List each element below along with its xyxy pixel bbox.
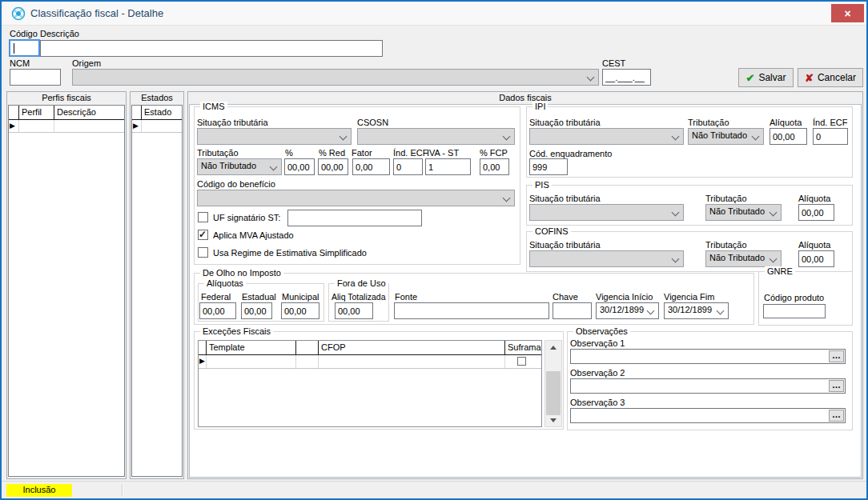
perfis-title: Perfis fiscais — [7, 92, 126, 105]
vigencia-inicio-select[interactable]: 30/12/1899 — [596, 302, 659, 319]
icms-pctred-input[interactable] — [318, 158, 348, 175]
cofins-tributacao-select[interactable]: Não Tributado — [705, 250, 782, 267]
icms-tributacao-select[interactable]: Não Tributado — [197, 158, 282, 175]
close-icon: × — [844, 7, 850, 20]
ellipsis-icon: … — [832, 380, 841, 390]
icms-ivast-input[interactable] — [425, 158, 471, 175]
arrow-down-icon — [550, 418, 557, 422]
icms-indecf-label: Índ. ECF — [393, 148, 428, 158]
text-cursor — [14, 43, 14, 54]
origem-label: Origem — [72, 58, 101, 68]
table-row[interactable]: ▶ — [132, 120, 182, 133]
cofins-situacao-label: Situação tributária — [529, 240, 601, 250]
icms-csosn-select[interactable] — [357, 128, 515, 145]
check-icon: ✓ — [199, 230, 207, 238]
aliq-totalizada-input[interactable] — [335, 302, 373, 319]
icms-tributacao-label: Tributação — [197, 148, 239, 158]
statusbar-divider — [122, 484, 123, 496]
excecoes-scrollbar[interactable] — [545, 340, 562, 427]
cfop-column-header[interactable]: CFOP — [319, 341, 505, 354]
close-button[interactable]: × — [831, 4, 864, 22]
icms-indecf-input[interactable] — [393, 158, 423, 175]
uf-signatario-label: UF signatário ST: — [213, 213, 280, 222]
ipi-indecf-input[interactable] — [813, 128, 848, 145]
pis-aliquota-input[interactable] — [798, 204, 834, 221]
estado-column-header[interactable]: Estado — [142, 106, 182, 119]
table-row[interactable]: ▶ — [9, 120, 124, 133]
scrollbar-thumb[interactable] — [546, 371, 561, 415]
chave-input[interactable] — [553, 302, 592, 319]
pis-situacao-select[interactable] — [529, 204, 684, 221]
scroll-up-button[interactable] — [545, 341, 561, 354]
suframa-checkbox[interactable]: ✓ — [517, 357, 526, 366]
observacao1-ellipsis-button[interactable]: … — [829, 350, 844, 362]
aliquotas-subgroup-label: Alíquotas — [204, 278, 246, 288]
uf-signatario-input[interactable] — [287, 210, 422, 226]
selector-header-cell — [199, 341, 207, 354]
ellipsis-icon: … — [832, 350, 841, 360]
ellipsis-icon: … — [832, 410, 841, 419]
estadual-label: Estadual — [242, 292, 276, 302]
municipal-input[interactable] — [281, 302, 319, 319]
ipi-situacao-label: Situação tributária — [529, 118, 601, 127]
template-column-header[interactable]: Template — [207, 341, 296, 354]
observacao1-input[interactable] — [570, 349, 846, 364]
observacao2-ellipsis-button[interactable]: … — [829, 380, 844, 392]
excecoes-grid[interactable]: Template CFOP Suframa ▶ ✓ — [198, 340, 542, 427]
icms-beneficio-select[interactable] — [197, 190, 515, 206]
chevron-down-icon — [503, 194, 511, 202]
suframa-column-header[interactable]: Suframa — [505, 341, 541, 354]
perfil-column-header[interactable]: Perfil — [19, 106, 54, 119]
perfis-grid[interactable]: Perfil Descrição ▶ — [8, 105, 125, 477]
ipi-enquadramento-input[interactable] — [529, 158, 568, 175]
ncm-input[interactable] — [10, 69, 61, 86]
ipi-indecf-label: Índ. ECF — [813, 118, 847, 127]
estados-grid[interactable]: Estado ▶ — [131, 105, 183, 477]
estadual-input[interactable] — [241, 302, 272, 319]
codigo-produto-input[interactable] — [763, 304, 826, 318]
icms-pct-input[interactable] — [284, 158, 315, 175]
ipi-group-label: IPI — [532, 102, 548, 111]
ipi-aliquota-label: Alíquota — [770, 118, 802, 127]
cofins-aliquota-input[interactable] — [798, 250, 834, 267]
aplica-mva-checkbox[interactable]: ✓ — [198, 230, 208, 240]
row-marker-icon: ▶ — [9, 120, 18, 131]
descricao-input[interactable] — [40, 40, 383, 57]
usa-regime-checkbox[interactable]: ✓ — [198, 247, 208, 258]
codigo-label: Código — [10, 29, 38, 38]
de-olho-group-label: De Olho no Imposto — [200, 268, 283, 278]
icms-beneficio-label: Código do benefício — [197, 179, 275, 189]
ipi-tributacao-select[interactable]: Não Tributado — [688, 128, 764, 145]
observacao3-ellipsis-button[interactable]: … — [829, 410, 844, 422]
icms-fator-input[interactable] — [352, 158, 390, 175]
descricao-label: Descrição — [40, 29, 79, 38]
descricao-column-header[interactable]: Descrição — [54, 106, 124, 119]
ipi-tributacao-label: Tributação — [688, 118, 729, 127]
cest-input[interactable] — [602, 69, 651, 86]
observacao2-input[interactable] — [570, 378, 846, 394]
fonte-input[interactable] — [394, 302, 549, 319]
codigo-input[interactable] — [9, 39, 40, 57]
icms-situacao-label: Situação tributária — [197, 118, 268, 127]
ipi-enquadramento-label: Cód. enquadramento — [529, 149, 612, 158]
federal-input[interactable] — [199, 302, 236, 319]
ipi-situacao-select[interactable] — [529, 128, 684, 145]
ipi-aliquota-input[interactable] — [770, 128, 807, 145]
chevron-down-icon — [587, 74, 595, 82]
icms-situacao-select[interactable] — [197, 128, 352, 145]
uf-signatario-checkbox[interactable]: ✓ — [198, 212, 208, 222]
icms-fcp-label: % FCP — [480, 148, 508, 158]
origem-select[interactable] — [72, 69, 599, 86]
salvar-button[interactable]: ✔ Salvar — [738, 68, 794, 87]
estados-grid-header: Estado — [132, 106, 182, 120]
pis-tributacao-select[interactable]: Não Tributado — [705, 204, 782, 221]
icms-fator-label: Fator — [352, 148, 372, 158]
check-icon: ✔ — [746, 72, 755, 84]
scroll-down-button[interactable] — [545, 414, 561, 426]
table-row[interactable]: ▶ ✓ — [199, 355, 541, 369]
icms-fcp-input[interactable] — [480, 158, 509, 175]
observacao3-input[interactable] — [570, 408, 846, 423]
cofins-situacao-select[interactable] — [529, 250, 684, 267]
vigencia-fim-select[interactable]: 30/12/1899 — [664, 302, 729, 319]
cancelar-button[interactable]: ✘ Cancelar — [798, 68, 863, 87]
